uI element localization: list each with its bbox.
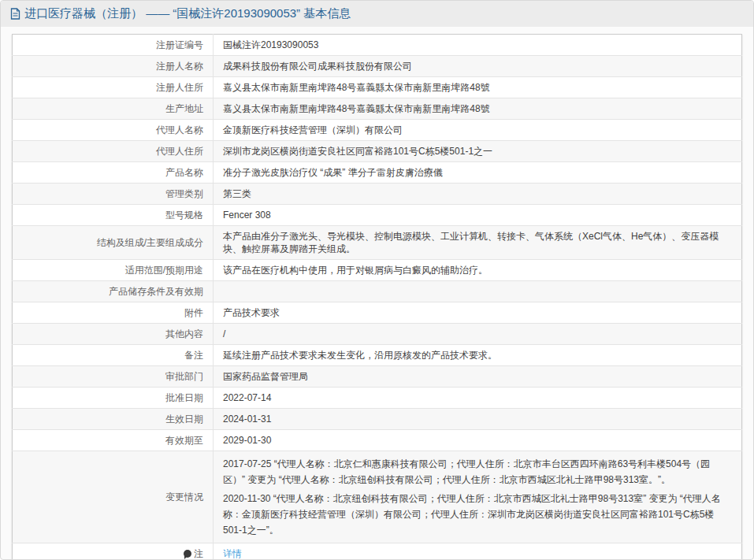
- row-label: 注册人住所: [156, 82, 203, 93]
- table-row: 有效期至2029-01-30: [13, 430, 742, 451]
- table-row: 生效日期2024-01-31: [13, 409, 742, 430]
- table-row: 管理类别第三类: [13, 184, 742, 205]
- document-icon: [10, 8, 20, 20]
- row-label-cell: 注: [13, 543, 214, 560]
- table-row: 注册人名称成果科技股份有限公司成果科技股份有限公司: [13, 56, 742, 77]
- change-record: 2020-11-30 “代理人名称：北京纽创科技有限公司；代理人住所：北京市西城…: [223, 491, 732, 538]
- row-value: 国械注许20193090053: [223, 39, 318, 50]
- row-label: 产品储存条件及有效期: [109, 286, 203, 297]
- row-label-cell: 代理人名称: [13, 120, 214, 141]
- table-row: 附件产品技术要求: [13, 302, 742, 324]
- row-value-cell: 2024-01-31: [214, 409, 742, 430]
- row-label-cell: 注册人名称: [13, 56, 214, 77]
- row-value: Fencer 308: [223, 210, 271, 221]
- info-table: 注册证编号国械注许20193090053注册人名称成果科技股份有限公司成果科技股…: [12, 34, 742, 560]
- row-value: 2024-01-31: [223, 414, 271, 425]
- table-row: 注详情: [13, 543, 742, 560]
- row-value: 2029-01-30: [223, 435, 271, 446]
- row-label-cell: 批准日期: [13, 388, 214, 409]
- row-value-cell: 该产品在医疗机构中使用，用于对银屑病与白癜风的辅助治疗。: [214, 260, 742, 281]
- table-row: 产品储存条件及有效期: [13, 281, 742, 302]
- table-row: 适用范围/预期用途该产品在医疗机构中使用，用于对银屑病与白癜风的辅助治疗。: [13, 260, 742, 281]
- row-label: 变更情况: [165, 491, 203, 503]
- row-value: 深圳市龙岗区横岗街道安良社区同富裕路101号C栋5楼501-1之一: [223, 146, 492, 157]
- table-row: 型号规格Fencer 308: [13, 205, 742, 226]
- row-value-cell: 准分子激光皮肤治疗仪 “成果” 準分子雷射皮膚治療儀: [214, 162, 742, 184]
- info-table-body: 注册证编号国械注许20193090053注册人名称成果科技股份有限公司成果科技股…: [13, 35, 742, 560]
- row-label: 代理人住所: [156, 146, 203, 157]
- row-label: 备注: [184, 350, 203, 361]
- row-label: 批准日期: [165, 392, 203, 403]
- row-value-cell: 国械注许20193090053: [214, 35, 742, 56]
- row-value-cell: 深圳市龙岗区横岗街道安良社区同富裕路101号C栋5楼501-1之一: [214, 141, 742, 162]
- row-value: 该产品在医疗机构中使用，用于对银屑病与白癜风的辅助治疗。: [223, 265, 488, 276]
- row-value-cell: 成果科技股份有限公司成果科技股份有限公司: [214, 56, 742, 77]
- row-label: 生效日期: [165, 414, 203, 425]
- row-value: 金顶新医疗科技经营管理（深圳）有限公司: [223, 124, 403, 135]
- row-label: 适用范围/预期用途: [125, 265, 203, 276]
- row-label-cell: 生效日期: [13, 409, 214, 430]
- row-label: 其他内容: [165, 328, 203, 339]
- row-value: 准分子激光皮肤治疗仪 “成果” 準分子雷射皮膚治療儀: [223, 167, 443, 178]
- table-row: 备注延续注册产品技术要求未发生变化，沿用原核发的产品技术要求。: [13, 345, 742, 366]
- table-row: 生产地址嘉义县太保市南新里南埤路48号嘉義縣太保市南新里南埤路48號: [13, 98, 742, 120]
- table-row: 代理人住所深圳市龙岗区横岗街道安良社区同富裕路101号C栋5楼501-1之一: [13, 141, 742, 162]
- record-panel: 进口医疗器械（注册） —— “国械注许20193090053” 基本信息 注册证…: [0, 0, 754, 560]
- row-label-cell: 生产地址: [13, 98, 214, 120]
- table-row: 变更情况2017-07-25 “代理人名称：北京仁和惠康科技有限公司；代理人住所…: [13, 451, 742, 543]
- row-value-cell: 金顶新医疗科技经营管理（深圳）有限公司: [214, 120, 742, 141]
- row-label-cell: 备注: [13, 345, 214, 366]
- table-row: 产品名称准分子激光皮肤治疗仪 “成果” 準分子雷射皮膚治療儀: [13, 162, 742, 184]
- row-label-cell: 注册人住所: [13, 77, 214, 98]
- row-label: 注册人名称: [156, 61, 203, 72]
- row-label-cell: 变更情况: [13, 451, 214, 543]
- page-header: 进口医疗器械（注册） —— “国械注许20193090053” 基本信息: [1, 1, 753, 27]
- row-label-cell: 审批部门: [13, 366, 214, 388]
- row-label-cell: 管理类别: [13, 184, 214, 205]
- row-label: 代理人名称: [156, 124, 203, 135]
- row-label: 注册证编号: [156, 39, 203, 50]
- row-label-cell: 注册证编号: [13, 35, 214, 56]
- row-value-cell: 产品技术要求: [214, 302, 742, 324]
- table-row: 注册证编号国械注许20193090053: [13, 35, 742, 56]
- row-label: 管理类别: [165, 188, 203, 199]
- row-value-cell: 嘉义县太保市南新里南埤路48号嘉義縣太保市南新里南埤路48號: [214, 77, 742, 98]
- row-label: 附件: [184, 307, 203, 318]
- table-row: 代理人名称金顶新医疗科技经营管理（深圳）有限公司: [13, 120, 742, 141]
- row-label: 产品名称: [165, 167, 203, 178]
- row-value: 延续注册产品技术要求未发生变化，沿用原核发的产品技术要求。: [223, 350, 497, 361]
- page-title: 进口医疗器械（注册） —— “国械注许20193090053” 基本信息: [24, 6, 351, 21]
- row-value-cell: 延续注册产品技术要求未发生变化，沿用原核发的产品技术要求。: [214, 345, 742, 366]
- row-label-cell: 有效期至: [13, 430, 214, 451]
- row-value: 成果科技股份有限公司成果科技股份有限公司: [223, 61, 412, 72]
- row-label: 型号规格: [165, 210, 203, 221]
- row-label-cell: 结构及组成/主要组成成分: [13, 226, 214, 260]
- row-label: 结构及组成/主要组成成分: [97, 237, 203, 248]
- row-value-cell: 国家药品监督管理局: [214, 366, 742, 388]
- table-row: 结构及组成/主要组成成分本产品由准分子激光头、导光模块、控制电源模块、工业计算机…: [13, 226, 742, 260]
- row-value-cell: /: [214, 324, 742, 345]
- row-value-cell: 详情: [214, 543, 742, 560]
- row-label-cell: 其他内容: [13, 324, 214, 345]
- change-record: 2017-07-25 “代理人名称：北京仁和惠康科技有限公司；代理人住所：北京市…: [223, 456, 732, 488]
- row-label-cell: 型号规格: [13, 205, 214, 226]
- row-value: 产品技术要求: [223, 307, 280, 318]
- row-label: 审批部门: [165, 371, 203, 382]
- row-value: 本产品由准分子激光头、导光模块、控制电源模块、工业计算机、转接卡、气体系统（Xe…: [223, 231, 719, 254]
- row-value: 第三类: [223, 188, 251, 199]
- row-value: 2022-07-14: [223, 392, 271, 403]
- table-row: 其他内容/: [13, 324, 742, 345]
- row-label-cell: 产品储存条件及有效期: [13, 281, 214, 302]
- row-value: 国家药品监督管理局: [223, 371, 308, 382]
- table-row: 审批部门国家药品监督管理局: [13, 366, 742, 388]
- row-label: 生产地址: [165, 103, 203, 114]
- table-row: 批准日期2022-07-14: [13, 388, 742, 409]
- row-value-cell: 本产品由准分子激光头、导光模块、控制电源模块、工业计算机、转接卡、气体系统（Xe…: [214, 226, 742, 260]
- row-value: 嘉义县太保市南新里南埤路48号嘉義縣太保市南新里南埤路48號: [223, 82, 490, 93]
- row-label-cell: 代理人住所: [13, 141, 214, 162]
- note-icon: [184, 550, 191, 558]
- row-label: 注: [194, 548, 203, 559]
- row-value-cell: 2029-01-30: [214, 430, 742, 451]
- row-label-cell: 适用范围/预期用途: [13, 260, 214, 281]
- details-link[interactable]: 详情: [223, 548, 242, 559]
